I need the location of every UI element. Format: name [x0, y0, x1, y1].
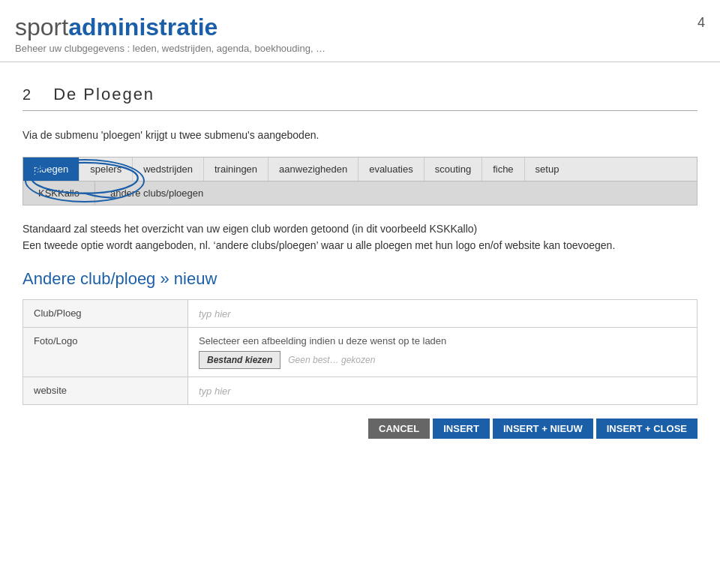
nav-item-evaluaties[interactable]: evaluaties — [358, 158, 424, 181]
nav-item-fiche[interactable]: fiche — [482, 158, 524, 181]
insert-new-button[interactable]: INSERT + NIEUW — [493, 418, 593, 439]
title-admin: administratie — [68, 14, 218, 40]
nav-item-setup[interactable]: setup — [525, 158, 570, 181]
form-label-website: website — [23, 376, 188, 404]
nav-bar: ploegen spelers wedstrijden trainingen a… — [23, 158, 697, 181]
action-buttons: CANCEL INSERT INSERT + NIEUW INSERT + CL… — [22, 412, 698, 445]
nav-item-wedstrijden[interactable]: wedstrijden — [133, 158, 204, 181]
form-row-club: Club/Ploeg typ hier — [23, 299, 698, 327]
nav-item-spelers[interactable]: spelers — [80, 158, 133, 181]
form-field-website: typ hier — [188, 376, 698, 404]
title-sport: sport — [15, 14, 68, 40]
app-title: sportadministratie — [15, 14, 705, 41]
form-input-club-placeholder: typ hier — [199, 308, 231, 320]
section-heading: 2 De Ploegen — [22, 85, 698, 111]
form-upload-text: Selecteer een afbeelding indien u deze w… — [199, 335, 686, 346]
cancel-button[interactable]: CANCEL — [368, 418, 430, 439]
section-number: 2 — [22, 86, 31, 104]
section-title: De Ploegen — [53, 85, 154, 104]
file-chosen-text: Geen best… gekozen — [288, 355, 375, 365]
insert-button[interactable]: INSERT — [433, 418, 490, 439]
body-text: Standaard zal steeds het overzicht van u… — [22, 220, 698, 254]
form-row-foto: Foto/Logo Selecteer een afbeelding indie… — [23, 327, 698, 376]
page-number: 4 — [698, 15, 705, 31]
main-content: 2 De Ploegen Via de submenu 'ploegen' kr… — [0, 62, 720, 460]
form-input-website-placeholder: typ hier — [199, 386, 231, 397]
sub-nav: KSKKallo andere clubs/ploegen — [23, 181, 697, 205]
nav-item-scouting[interactable]: scouting — [424, 158, 482, 181]
form-heading: Andere club/ploeg » nieuw — [22, 269, 698, 289]
form-file-row: Bestand kiezen Geen best… gekozen — [199, 351, 686, 369]
form-row-website: website typ hier — [23, 376, 698, 404]
form-table: Club/Ploeg typ hier Foto/Logo Selecteer … — [22, 299, 698, 405]
sub-nav-andere-clubs[interactable]: andere clubs/ploegen — [95, 182, 218, 205]
form-field-foto: Selecteer een afbeelding indien u deze w… — [188, 327, 698, 376]
sub-nav-kskkallo[interactable]: KSKKallo — [23, 182, 95, 205]
app-subtitle: Beheer uw clubgegevens : leden, wedstrij… — [15, 43, 705, 54]
form-label-club: Club/Ploeg — [23, 299, 188, 327]
insert-close-button[interactable]: INSERT + CLOSE — [596, 418, 698, 439]
nav-item-aanwezigheden[interactable]: aanwezigheden — [268, 158, 358, 181]
header: sportadministratie Beheer uw clubgegeven… — [0, 0, 720, 62]
body-text-1: Standaard zal steeds het overzicht van u… — [22, 223, 477, 235]
form-field-club: typ hier — [188, 299, 698, 327]
body-text-2: Een tweede optie wordt aangeboden, nl. ‘… — [22, 239, 615, 251]
nav-item-ploegen[interactable]: ploegen — [23, 158, 80, 181]
nav-screenshot: ploegen spelers wedstrijden trainingen a… — [22, 157, 698, 206]
intro-text: Via de submenu 'ploegen' krijgt u twee s… — [22, 128, 698, 143]
file-choose-button[interactable]: Bestand kiezen — [199, 351, 280, 369]
nav-item-trainingen[interactable]: trainingen — [204, 158, 268, 181]
form-label-foto: Foto/Logo — [23, 327, 188, 376]
